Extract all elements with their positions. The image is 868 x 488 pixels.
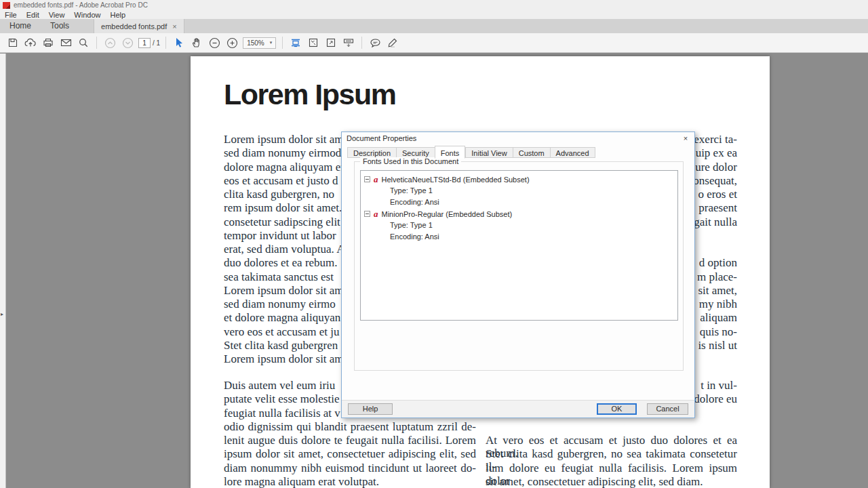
save-icon [7, 37, 18, 48]
print-button[interactable] [40, 35, 56, 50]
page-down-icon [122, 37, 134, 49]
full-screen-button[interactable] [323, 35, 339, 50]
email-button[interactable] [58, 35, 74, 50]
menu-bar: File Edit View Window Help [0, 10, 868, 19]
share-cloud-button[interactable] [22, 35, 39, 50]
close-icon[interactable]: × [172, 22, 176, 30]
zoom-level-select[interactable]: 150% ▾ [243, 37, 276, 49]
text-line: lenit augue duis dolore te feugait nulla… [224, 434, 476, 447]
ok-button[interactable]: OK [597, 403, 637, 415]
hand-icon [191, 37, 202, 48]
window-title: embedded fonts.pdf - Adobe Acrobat Pro D… [14, 1, 148, 9]
comment-button[interactable] [367, 35, 383, 50]
hand-tool-button[interactable] [189, 35, 205, 50]
font-encoding: Encoding: Ansi [364, 197, 677, 208]
tab-initial-view[interactable]: Initial View [465, 147, 512, 158]
type1-font-icon: a [374, 210, 378, 218]
tab-security[interactable]: Security [396, 147, 435, 158]
expand-pane-icon[interactable]: ▸ [1, 311, 3, 317]
collapse-minus-icon[interactable] [364, 176, 370, 182]
search-button[interactable] [75, 35, 92, 50]
text-line: lore magna aliquam erat volutpat. [224, 475, 476, 488]
save-button[interactable] [5, 35, 21, 50]
navigation-pane-collapsed[interactable]: ▸ [0, 54, 6, 488]
page-total-label: / 1 [153, 39, 160, 47]
cloud-upload-icon [24, 37, 37, 48]
toolbar-separator [96, 37, 97, 49]
fit-page-blue-icon [290, 37, 301, 48]
fit-one-page-button[interactable] [305, 35, 321, 50]
pencil-icon [387, 37, 398, 48]
font-tree-list[interactable]: a HelveticaNeueLTStd-Bd (Embedded Subset… [360, 170, 678, 321]
page-number-input[interactable]: 1 [138, 38, 151, 48]
highlight-button[interactable] [384, 35, 401, 50]
zoom-out-button[interactable] [206, 35, 222, 50]
tab-tools[interactable]: Tools [41, 19, 79, 33]
cancel-button[interactable]: Cancel [647, 403, 688, 415]
font-type: Type: Type 1 [364, 220, 677, 231]
text-line: sit amet, consectetuer adipiscing elit, … [486, 475, 737, 488]
next-page-button[interactable] [119, 35, 136, 50]
scrolling-mode-button[interactable] [288, 35, 304, 50]
app-tab-bar: Home Tools embedded fonts.pdf × [0, 19, 868, 33]
toolbar-separator [282, 37, 283, 49]
menu-help[interactable]: Help [105, 11, 130, 19]
tab-document[interactable]: embedded fonts.pdf × [94, 19, 184, 33]
zoom-level-value: 150% [247, 39, 264, 47]
menu-edit[interactable]: Edit [22, 11, 44, 19]
text-line: odio dignissim qui blandit praesent lupt… [224, 420, 476, 433]
help-button[interactable]: Help [348, 403, 393, 415]
font-name: HelveticaNeueLTStd-Bd (Embedded Subset) [382, 176, 530, 184]
collapse-minus-icon[interactable] [364, 211, 370, 217]
comment-bubble-icon [370, 38, 381, 48]
dialog-titlebar[interactable]: Document Properties [342, 132, 694, 144]
acrobat-app-icon [3, 2, 10, 9]
main-toolbar: 1 / 1 150% ▾ [0, 33, 868, 53]
tab-custom[interactable]: Custom [513, 147, 550, 158]
select-tool-button[interactable] [171, 35, 187, 50]
document-canvas: ▸ Lorem Ipsum Lorem ipsum dolor sit amse… [0, 54, 868, 488]
expand-icon [326, 37, 336, 48]
dialog-title: Document Properties [347, 134, 416, 142]
menu-window[interactable]: Window [69, 11, 105, 19]
tab-document-label: embedded fonts.pdf [101, 22, 167, 30]
shrink-page-icon [308, 37, 319, 48]
tab-advanced[interactable]: Advanced [550, 147, 595, 158]
dialog-button-bar: Help OK Cancel [342, 400, 694, 418]
fit-width-button[interactable] [340, 35, 357, 50]
tab-home[interactable]: Home [0, 19, 41, 33]
font-tree-row[interactable]: a HelveticaNeueLTStd-Bd (Embedded Subset… [364, 174, 677, 185]
font-encoding: Encoding: Ansi [364, 231, 677, 243]
tab-description[interactable]: Description [347, 147, 396, 158]
envelope-icon [60, 38, 72, 47]
menu-view[interactable]: View [44, 11, 70, 19]
search-icon [78, 37, 89, 48]
font-type: Type: Type 1 [364, 185, 677, 197]
toolbar-separator [165, 37, 166, 49]
chevron-down-icon: ▾ [270, 40, 273, 45]
dialog-tab-strip: Description Security Fonts Initial View … [347, 146, 595, 158]
document-heading: Lorem Ipsum [224, 78, 396, 111]
fit-width-icon [342, 37, 355, 48]
font-tree-row[interactable]: a MinionPro-Regular (Embedded Subset) [364, 208, 677, 220]
page-up-icon [104, 37, 116, 49]
printer-icon [43, 37, 54, 48]
previous-page-button[interactable] [102, 35, 118, 50]
text-line: diam nonummy nibh euismod tincidunt ut l… [224, 462, 476, 474]
type1-font-icon: a [374, 176, 378, 183]
dialog-close-button[interactable]: × [677, 132, 694, 144]
zoom-in-button[interactable] [224, 35, 240, 50]
menu-file[interactable]: File [0, 11, 22, 19]
document-properties-dialog: Document Properties × Description Securi… [341, 131, 695, 418]
text-line: ipsum dolor sit amet, consectetuer adipi… [224, 447, 476, 460]
zoom-in-icon [226, 37, 238, 49]
cursor-arrow-icon [174, 37, 184, 48]
window-titlebar: embedded fonts.pdf - Adobe Acrobat Pro D… [0, 0, 868, 10]
close-icon: × [684, 134, 688, 142]
zoom-out-icon [209, 37, 220, 49]
tab-fonts[interactable]: Fonts [435, 146, 466, 159]
toolbar-separator [361, 37, 362, 49]
font-name: MinionPro-Regular (Embedded Subset) [382, 210, 513, 218]
